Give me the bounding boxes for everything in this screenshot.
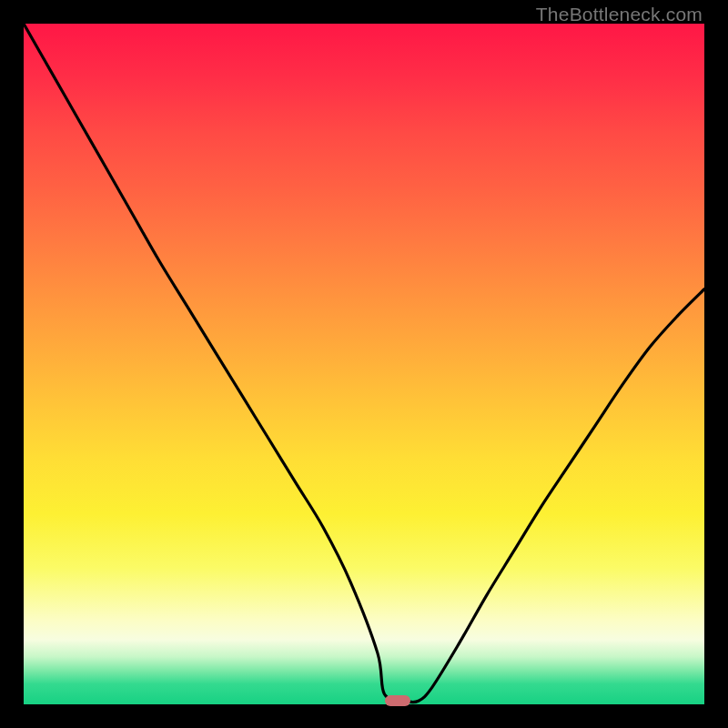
bottleneck-curve (24, 24, 704, 704)
image-frame: TheBottleneck.com (0, 0, 728, 728)
optimal-point-marker (385, 695, 410, 706)
plot-area (24, 24, 704, 704)
watermark-text: TheBottleneck.com (536, 4, 703, 25)
